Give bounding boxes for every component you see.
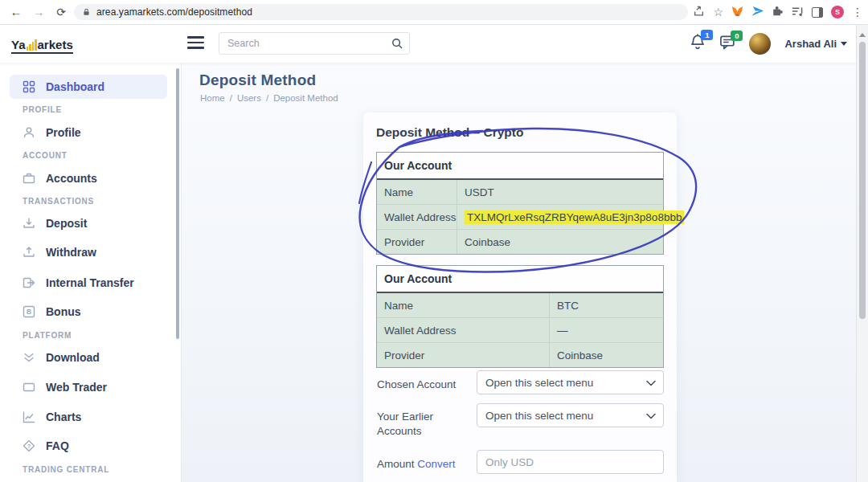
- svg-text:?: ?: [27, 443, 31, 450]
- table-row: Provider Coinbase: [377, 342, 663, 367]
- row-label: Name: [377, 293, 550, 317]
- logo-bars-icon: [27, 39, 37, 51]
- chevron-down-icon: [841, 42, 847, 46]
- user-icon: [23, 126, 35, 139]
- sidebar-scrollbar[interactable]: [176, 68, 179, 339]
- row-label: Provider: [377, 343, 550, 367]
- select-value: Open this select menu: [485, 410, 593, 422]
- select-value: Open this select menu: [485, 377, 593, 389]
- row-value: TXLMQrLxeRsqZRBYqewA8uE3jn3p8o8bbb: [457, 205, 684, 229]
- table-row: Wallet Address TXLMQrLxeRsqZRBYqewA8uE3j…: [377, 204, 663, 229]
- sidebar-item-download[interactable]: Download: [10, 345, 167, 370]
- breadcrumb: Home / Users / Deposit Method: [200, 93, 338, 103]
- breadcrumb-users[interactable]: Users: [237, 93, 261, 103]
- breadcrumb-home[interactable]: Home: [200, 93, 225, 103]
- hamburger-menu-icon[interactable]: [187, 36, 204, 49]
- bookmark-star-icon[interactable]: ☆: [713, 6, 723, 18]
- url-text: area.yamarkets.com/depositmethod: [96, 6, 252, 18]
- row-value: Coinbase: [457, 230, 663, 254]
- sidebar-item-withdraw[interactable]: Withdraw: [10, 240, 167, 264]
- transfer-arrow-icon: [23, 276, 35, 289]
- row-label: Name: [377, 180, 457, 204]
- notification-count-badge: 1: [701, 30, 713, 40]
- sidebar: Dashboard PROFILE Profile ACCOUNT Accoun…: [0, 63, 181, 482]
- row-value: BTC: [550, 293, 663, 317]
- sidebar-item-label: FAQ: [46, 439, 69, 452]
- sidebar-item-faq[interactable]: ? FAQ: [10, 434, 167, 458]
- table-row: Provider Coinbase: [377, 229, 663, 254]
- scrollbar-thumb[interactable]: [859, 42, 866, 319]
- notifications-bell-icon[interactable]: 1: [690, 34, 706, 54]
- sidebar-section-profile: PROFILE: [23, 105, 62, 114]
- sidebar-item-label: Accounts: [46, 172, 97, 185]
- sidebar-section-platform: PLATFORM: [23, 331, 72, 340]
- lock-icon: [82, 7, 91, 17]
- sidebar-item-deposit[interactable]: Deposit: [10, 211, 167, 235]
- app-header: Yaarkets 1 0 Arshad Ali: [0, 24, 868, 63]
- side-panel-icon[interactable]: [812, 7, 823, 18]
- user-avatar[interactable]: [749, 33, 771, 55]
- extensions-puzzle-icon[interactable]: [772, 6, 784, 18]
- sidebar-item-label: Web Trader: [46, 381, 107, 394]
- address-bar[interactable]: area.yamarkets.com/depositmethod: [74, 4, 688, 20]
- main-content: Deposit Method Home / Users / Deposit Me…: [181, 63, 858, 482]
- breadcrumb-separator: /: [230, 93, 232, 103]
- page-scrollbar[interactable]: [856, 24, 868, 482]
- browser-toolbar: ← → ⟳ area.yamarkets.com/depositmethod ☆…: [0, 0, 868, 25]
- browser-window-icon: [23, 381, 35, 394]
- scroll-up-arrow-icon[interactable]: [859, 30, 866, 37]
- metamask-icon[interactable]: [731, 6, 743, 18]
- card-title: Deposit Method – Crypto: [376, 125, 664, 140]
- row-label: Provider: [377, 230, 457, 254]
- sidebar-item-label: Download: [46, 351, 100, 364]
- search-input[interactable]: [219, 32, 410, 55]
- browser-profile-avatar[interactable]: S: [831, 6, 844, 18]
- extension-bird-icon[interactable]: [751, 6, 764, 18]
- sidebar-section-account: ACCOUNT: [23, 151, 68, 160]
- row-value: —: [550, 318, 663, 342]
- user-menu[interactable]: Arshad Ali: [784, 38, 847, 50]
- sidebar-section-transactions: TRANSACTIONS: [23, 197, 94, 206]
- our-account-table-btc: Our Account Name BTC Wallet Address — Pr…: [376, 265, 664, 368]
- breadcrumb-separator: /: [266, 93, 268, 103]
- row-label: Wallet Address: [377, 318, 550, 342]
- sidebar-section-trading-central: TRADING CENTRAL: [23, 465, 109, 474]
- browser-menu-icon[interactable]: ⋮: [852, 6, 863, 18]
- reading-list-icon[interactable]: [792, 6, 804, 18]
- sidebar-item-dashboard[interactable]: Dashboard: [10, 75, 167, 99]
- briefcase-icon: [23, 172, 35, 185]
- message-count-badge: 0: [731, 31, 743, 41]
- row-label: Wallet Address: [377, 205, 457, 229]
- browser-reload-icon[interactable]: ⟳: [51, 2, 71, 22]
- earlier-accounts-select[interactable]: Open this select menu: [477, 403, 664, 427]
- chosen-account-label: Chosen Account: [377, 378, 467, 392]
- amount-input[interactable]: [477, 450, 664, 474]
- upload-tray-icon: [23, 246, 35, 259]
- chevrons-down-icon: [23, 351, 35, 364]
- sidebar-item-label: Internal Transfer: [46, 276, 134, 289]
- chart-line-icon: [23, 411, 35, 423]
- sidebar-item-internal-transfer[interactable]: Internal Transfer: [10, 271, 167, 295]
- sidebar-item-label: Charts: [46, 411, 81, 423]
- messages-chat-icon[interactable]: 0: [719, 35, 735, 53]
- chevron-down-icon: [646, 380, 656, 386]
- browser-back-icon[interactable]: ←: [6, 2, 26, 22]
- chosen-account-select[interactable]: Open this select menu: [477, 370, 664, 394]
- browser-forward-icon[interactable]: →: [29, 2, 48, 22]
- share-icon[interactable]: [693, 6, 705, 18]
- sidebar-item-bonus[interactable]: B Bonus: [10, 300, 167, 324]
- table-row: Name BTC: [377, 293, 663, 317]
- svg-text:B: B: [27, 308, 31, 316]
- sidebar-item-profile[interactable]: Profile: [10, 120, 167, 145]
- search-icon[interactable]: [391, 38, 403, 50]
- sidebar-item-label: Deposit: [46, 217, 87, 230]
- page-title: Deposit Method: [199, 71, 316, 89]
- table-row: Wallet Address —: [377, 317, 663, 342]
- wallet-address-highlight: TXLMQrLxeRsqZRBYqewA8uE3jn3p8o8bbb: [465, 210, 684, 224]
- convert-link[interactable]: Convert: [417, 458, 455, 470]
- sidebar-item-accounts[interactable]: Accounts: [10, 166, 167, 190]
- sidebar-item-charts[interactable]: Charts: [10, 405, 167, 429]
- sidebar-item-web-trader[interactable]: Web Trader: [10, 375, 167, 399]
- logo-text: Yaarkets: [11, 38, 73, 54]
- sidebar-item-label: Withdraw: [46, 246, 96, 259]
